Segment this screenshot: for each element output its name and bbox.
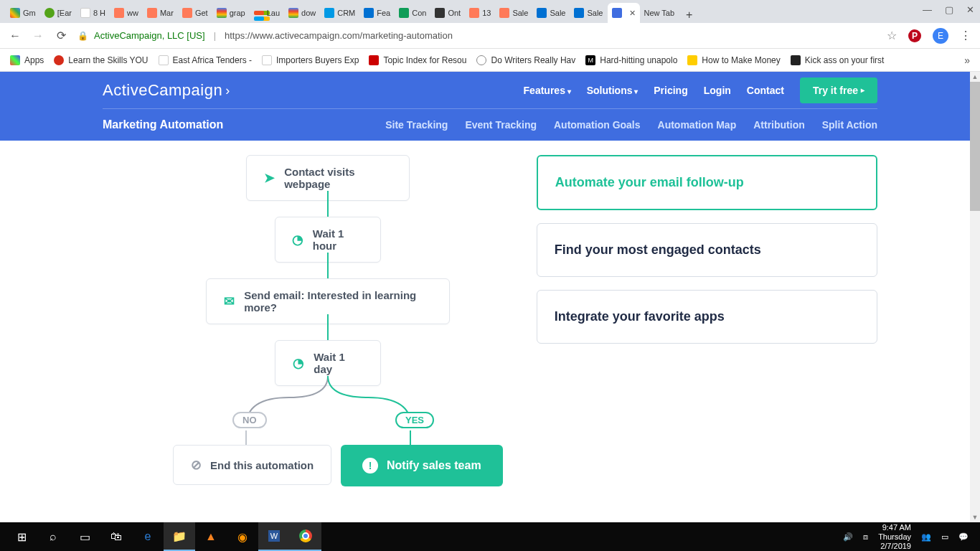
branch-yes: YES — [395, 412, 434, 428]
apps-button[interactable]: Apps — [10, 55, 44, 65]
tray-people-icon[interactable]: 👥 — [921, 532, 931, 542]
main-content: ➤ Contact visits webpage ◔ Wait 1 hour ✉… — [103, 141, 877, 488]
mail-icon: ✉ — [222, 293, 235, 309]
timer-icon: ◔ — [291, 232, 304, 248]
browser-tab[interactable]: New Tab — [640, 3, 679, 23]
taskbar-chrome[interactable] — [290, 522, 321, 551]
taskbar-word[interactable]: W — [258, 522, 290, 551]
browser-tab[interactable]: Mar — [143, 3, 178, 23]
browser-tab[interactable]: Fea — [359, 3, 395, 23]
tray-battery-icon[interactable]: ▭ — [941, 532, 948, 542]
taskbar-explorer[interactable]: 📁 — [164, 522, 195, 551]
bookmark-item[interactable]: Topic Index for Resou — [369, 55, 466, 65]
close-window-icon[interactable]: ✕ — [966, 4, 974, 15]
browser-tab[interactable]: Lau — [250, 3, 284, 23]
stop-icon: ⊘ — [191, 457, 202, 473]
taskbar-edge[interactable]: e — [132, 522, 164, 551]
system-clock[interactable]: 9:47 AM Thursday 2/7/2019 — [878, 523, 911, 551]
bookmark-item[interactable]: Kick ass on your first — [791, 55, 885, 65]
page-title: Marketing Automation — [103, 118, 223, 131]
browser-tab[interactable]: [Ear — [40, 3, 76, 23]
search-button[interactable]: ⌕ — [37, 522, 69, 551]
bookmark-item[interactable]: Learn the Skills YOU — [54, 55, 148, 65]
taskbar-vlc[interactable]: ▲ — [195, 522, 227, 551]
new-tab-button[interactable]: + — [682, 7, 697, 23]
forward-button[interactable]: → — [32, 29, 44, 42]
profile-avatar[interactable]: E — [933, 28, 948, 44]
nav-features[interactable]: Features — [524, 85, 571, 96]
browser-tab[interactable]: dow — [284, 3, 320, 23]
browser-tab[interactable]: Get — [178, 3, 212, 23]
nav-contact[interactable]: Contact — [747, 85, 784, 96]
taskbar-store[interactable]: 🛍 — [100, 522, 132, 551]
browser-tab[interactable]: 8 H — [76, 3, 110, 23]
url-org: ActiveCampaign, LLC [US] — [94, 30, 205, 41]
bookmark-item[interactable]: Do Writers Really Hav — [476, 55, 575, 65]
bookmarks-bar: Apps Learn the Skills YOU East Africa Te… — [0, 49, 980, 72]
flow-end: ⊘ End this automation — [173, 445, 331, 485]
subnav-link[interactable]: Attribution — [753, 119, 805, 131]
browser-tab[interactable]: 13 — [465, 3, 495, 23]
browser-tabs-bar: Gm [Ear 8 H ww Mar Get grap Lau dow CRM … — [0, 0, 980, 23]
bookmark-item[interactable]: East Africa Tenders - — [159, 55, 253, 65]
pinterest-icon[interactable]: P — [908, 29, 921, 42]
flow-notify: ! Notify sales team — [341, 445, 503, 486]
subnav-link[interactable]: Split Action — [822, 119, 877, 131]
back-button[interactable]: ← — [9, 29, 22, 42]
browser-tab[interactable]: CRM — [320, 3, 359, 23]
option-card-automate[interactable]: Automate your email follow-up — [537, 155, 877, 210]
automation-flow: ➤ Contact visits webpage ◔ Wait 1 hour ✉… — [103, 155, 537, 474]
browser-tab[interactable]: grap — [212, 3, 250, 23]
lock-icon: 🔒 — [77, 31, 88, 41]
scroll-up[interactable]: ▲ — [970, 72, 980, 82]
subnav-link[interactable]: Automation Map — [658, 119, 737, 131]
scroll-thumb[interactable] — [970, 82, 980, 211]
nav-solutions[interactable]: Solutions — [587, 85, 639, 96]
browser-tab[interactable]: ww — [110, 3, 143, 23]
subnav-link[interactable]: Automation Goals — [554, 119, 641, 131]
browser-tab-active[interactable]: ✕ — [608, 3, 640, 23]
option-card-contacts[interactable]: Find your most engaged contacts — [537, 223, 877, 277]
subnav-link[interactable]: Event Tracking — [465, 119, 537, 131]
taskbar: ⊞ ⌕ ▭ 🛍 e 📁 ▲ ◉ W 🔊 ⧈ 9:47 AM Thursday 2… — [0, 522, 980, 551]
scrollbar[interactable]: ▲ ▼ — [970, 72, 980, 522]
bookmark-item[interactable]: MHard-hitting unapolo — [585, 55, 677, 65]
url-text: https://www.activecampaign.com/marketing… — [225, 30, 453, 41]
maximize-icon[interactable]: ▢ — [945, 4, 953, 15]
site-header: ActiveCampaign› Features Solutions Prici… — [0, 72, 980, 141]
star-icon[interactable]: ☆ — [887, 29, 897, 42]
tray-volume-icon[interactable]: 🔊 — [843, 532, 853, 542]
taskbar-firefox[interactable]: ◉ — [227, 522, 258, 551]
cursor-icon: ➤ — [263, 170, 275, 186]
option-card-integrate[interactable]: Integrate your favorite apps — [537, 290, 877, 344]
close-icon[interactable]: ✕ — [629, 9, 636, 18]
reload-button[interactable]: ⟳ — [55, 29, 67, 42]
browser-tab[interactable]: Gm — [6, 3, 40, 23]
browser-tab[interactable]: Sale — [495, 3, 532, 23]
tray-notifications-icon[interactable]: 💬 — [958, 532, 969, 542]
menu-icon[interactable]: ⋮ — [960, 29, 971, 42]
bookmarks-overflow[interactable]: » — [964, 55, 970, 66]
tray-dropbox-icon[interactable]: ⧈ — [863, 532, 868, 542]
bookmark-item[interactable]: Importers Buyers Exp — [262, 55, 359, 65]
timer-icon: ◔ — [291, 355, 305, 371]
task-view-button[interactable]: ▭ — [69, 522, 100, 551]
subnav-link[interactable]: Site Tracking — [385, 119, 448, 131]
scroll-down[interactable]: ▼ — [970, 512, 980, 522]
nav-login[interactable]: Login — [704, 85, 731, 96]
browser-tab[interactable]: Sale — [570, 3, 607, 23]
browser-tab[interactable]: Sale — [532, 3, 570, 23]
browser-tab[interactable]: Con — [395, 3, 430, 23]
bookmark-item[interactable]: How to Make Money — [687, 55, 780, 65]
alert-icon: ! — [362, 458, 378, 474]
browser-tab[interactable]: Ont — [430, 3, 465, 23]
url-input[interactable]: 🔒 ActiveCampaign, LLC [US] | https://www… — [77, 30, 877, 41]
address-bar: ← → ⟳ 🔒 ActiveCampaign, LLC [US] | https… — [0, 23, 980, 49]
minimize-icon[interactable]: — — [923, 4, 932, 15]
start-button[interactable]: ⊞ — [6, 522, 37, 551]
try-free-button[interactable]: Try it free▸ — [800, 77, 877, 103]
branch-no: NO — [232, 412, 267, 428]
logo[interactable]: ActiveCampaign› — [103, 81, 230, 100]
nav-pricing[interactable]: Pricing — [654, 85, 687, 96]
